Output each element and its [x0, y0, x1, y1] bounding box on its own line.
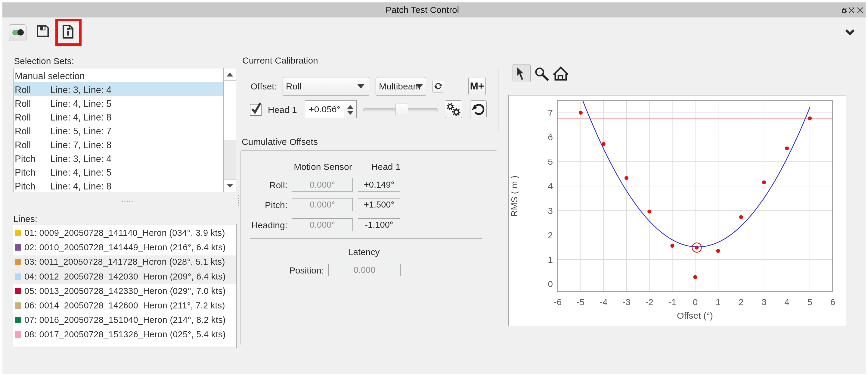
svg-text:1: 1: [716, 297, 721, 307]
svg-text:RMS ( m ): RMS ( m ): [509, 176, 519, 217]
svg-text:-3: -3: [622, 297, 630, 307]
svg-text:-6: -6: [554, 297, 562, 307]
svg-text:1: 1: [548, 255, 553, 264]
svg-text:7: 7: [548, 108, 553, 118]
svg-text:2: 2: [739, 297, 744, 307]
svg-text:0: 0: [693, 297, 698, 307]
svg-text:-1: -1: [668, 297, 676, 307]
svg-text:6: 6: [830, 297, 836, 307]
svg-text:4: 4: [784, 297, 789, 307]
svg-text:4: 4: [548, 181, 553, 191]
svg-text:-2: -2: [645, 297, 653, 307]
svg-text:5: 5: [548, 156, 553, 167]
svg-text:3: 3: [762, 297, 767, 307]
svg-text:6: 6: [548, 132, 553, 142]
svg-text:-5: -5: [577, 297, 585, 307]
svg-text:-4: -4: [599, 297, 608, 307]
svg-text:3: 3: [548, 206, 553, 216]
svg-text:5: 5: [807, 297, 812, 307]
svg-text:0: 0: [548, 279, 553, 289]
svg-text:2: 2: [548, 230, 553, 240]
svg-text:Offset (°): Offset (°): [677, 311, 713, 320]
